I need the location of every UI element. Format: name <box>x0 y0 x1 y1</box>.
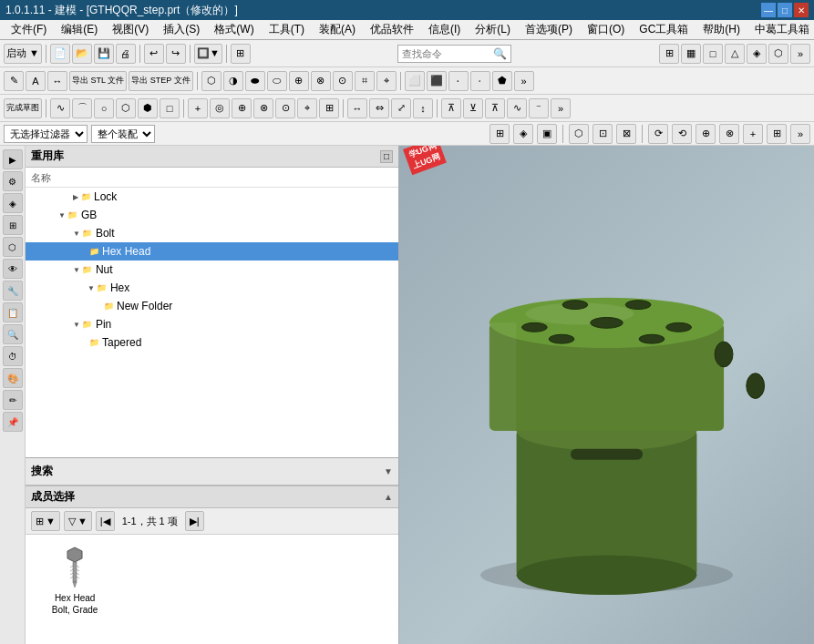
view-orient-btn2[interactable]: ◈ <box>513 124 533 144</box>
surf-btn3[interactable]: ⬬ <box>245 71 265 91</box>
op-more[interactable]: » <box>551 98 571 118</box>
surf-btn2[interactable]: ◑ <box>223 71 243 91</box>
menu-item-e[interactable]: 编辑(E) <box>54 20 105 39</box>
sidebar-icon-1[interactable]: ▶ <box>3 149 23 169</box>
tree-item-hex[interactable]: ▼ 📁 Hex <box>26 279 398 297</box>
sketch-btn[interactable]: ✎ <box>4 71 24 91</box>
menu-item-t[interactable]: 工具(T) <box>262 20 312 39</box>
search-input[interactable] <box>402 48 493 59</box>
undo-btn[interactable]: ↩ <box>144 44 164 64</box>
search-icon[interactable]: 🔍 <box>493 47 507 60</box>
member-item-1[interactable]: Hex HeadBolt, Grade <box>31 540 118 639</box>
maximize-button[interactable]: □ <box>778 3 792 17</box>
curve-btn1[interactable]: ∿ <box>50 98 70 118</box>
scope-select[interactable]: 整个装配 <box>91 125 155 143</box>
sidebar-icon-11[interactable]: 🎨 <box>3 368 23 388</box>
curve-btn6[interactable]: □ <box>160 98 180 118</box>
op-btn5[interactable]: ⊙ <box>275 98 295 118</box>
sidebar-icon-6[interactable]: 👁 <box>3 259 23 279</box>
surf-btn1[interactable]: ⬡ <box>201 71 222 91</box>
op-btn16[interactable]: ⁻ <box>529 98 549 118</box>
nav-btn6[interactable]: ⊞ <box>767 124 787 144</box>
surf-btn6[interactable]: ⊗ <box>311 71 331 91</box>
surf-btn7[interactable]: ⊙ <box>333 71 353 91</box>
tree-item-nut[interactable]: ▼ 📁 Nut <box>26 261 398 279</box>
minimize-button[interactable]: — <box>761 3 776 17</box>
more-btn[interactable]: » <box>790 44 810 64</box>
menu-item-l[interactable]: 分析(L) <box>468 20 518 39</box>
sidebar-icon-8[interactable]: 📋 <box>3 302 23 322</box>
render-btn1[interactable]: ⬡ <box>569 124 589 144</box>
redo-btn[interactable]: ↪ <box>166 44 186 64</box>
nav-btn1[interactable]: ⟳ <box>648 124 668 144</box>
stl-btn[interactable]: 导出 STL 文件 <box>69 71 127 91</box>
text-btn[interactable]: A <box>26 71 46 91</box>
nav-first-btn[interactable]: |◀ <box>96 511 115 531</box>
open-btn[interactable]: 📂 <box>72 44 92 64</box>
view-btn5[interactable]: ◈ <box>747 44 767 64</box>
sidebar-icon-7[interactable]: 🔧 <box>3 281 23 301</box>
menu-item-o[interactable]: 窗口(O) <box>580 20 632 39</box>
feat-btn5[interactable]: ⬟ <box>492 71 512 91</box>
view-mode-btn[interactable]: ⊞ ▼ <box>31 511 60 531</box>
nav-more[interactable]: » <box>790 124 810 144</box>
nav-last-btn[interactable]: ▶| <box>185 511 204 531</box>
curve-btn3[interactable]: ○ <box>94 98 114 118</box>
nav-btn3[interactable]: ⊕ <box>696 124 716 144</box>
op-btn2[interactable]: ◎ <box>210 98 230 118</box>
op-btn13[interactable]: ⊻ <box>463 98 483 118</box>
op-btn11[interactable]: ↕ <box>413 98 433 118</box>
menu-item-i[interactable]: 信息(I) <box>421 20 468 39</box>
dim-btn[interactable]: ↔ <box>47 71 67 91</box>
view-btn1[interactable]: ⊞ <box>659 44 679 64</box>
sidebar-icon-3[interactable]: ◈ <box>3 193 23 213</box>
menu-item-p[interactable]: 首选项(P) <box>518 20 580 39</box>
sidebar-icon-13[interactable]: 📌 <box>3 412 23 432</box>
print-btn[interactable]: 🖨 <box>116 44 136 64</box>
tree-item-newfolder[interactable]: 📁 New Folder <box>26 297 398 315</box>
menu-item-[interactable]: 中葛工具箱 <box>747 20 814 39</box>
tree-item-gb[interactable]: ▼ 📁 GB <box>26 206 398 224</box>
view-btn2[interactable]: ▦ <box>681 44 701 64</box>
feat-btn3[interactable]: ⬝ <box>448 71 469 91</box>
sidebar-icon-2[interactable]: ⚙ <box>3 171 23 191</box>
filter-select[interactable]: 无选择过滤器 <box>4 125 88 143</box>
op-btn3[interactable]: ⊕ <box>232 98 252 118</box>
menu-item-s[interactable]: 插入(S) <box>156 20 207 39</box>
view-btn6[interactable]: ⬡ <box>768 44 788 64</box>
surf-btn4[interactable]: ⬭ <box>267 71 287 91</box>
op-btn1[interactable]: + <box>188 98 208 118</box>
feat-btn4[interactable]: ⬞ <box>470 71 490 91</box>
zoom-select[interactable]: 🔲▼ <box>194 44 222 64</box>
op-btn7[interactable]: ⊞ <box>319 98 339 118</box>
tree-item-hexhead[interactable]: 📁 Hex Head <box>26 242 398 261</box>
feat-more[interactable]: » <box>514 71 534 91</box>
sidebar-icon-12[interactable]: ✏ <box>3 390 23 410</box>
curve-btn4[interactable]: ⬡ <box>116 98 136 118</box>
surf-btn8[interactable]: ⌗ <box>355 71 375 91</box>
done-btn[interactable]: 完成草图 <box>4 98 42 118</box>
tree-item-bolt[interactable]: ▼ 📁 Bolt <box>26 224 398 242</box>
feat-btn2[interactable]: ⬛ <box>427 71 447 91</box>
render-btn2[interactable]: ⊡ <box>592 124 613 144</box>
member-header[interactable]: 成员选择 ▲ <box>26 486 398 508</box>
save-btn[interactable]: 💾 <box>94 44 114 64</box>
op-btn14[interactable]: ⊼ <box>485 98 505 118</box>
op-btn15[interactable]: ∿ <box>507 98 527 118</box>
surf-btn5[interactable]: ⊕ <box>289 71 309 91</box>
close-button[interactable]: ✕ <box>794 3 809 17</box>
feat-btn1[interactable]: ⬜ <box>405 71 425 91</box>
sidebar-icon-4[interactable]: ⊞ <box>3 215 23 235</box>
view-btn4[interactable]: △ <box>725 44 745 64</box>
view-btn3[interactable]: □ <box>703 44 723 64</box>
reuse-maximize-btn[interactable]: □ <box>380 150 393 163</box>
snap-btn[interactable]: ⊞ <box>231 44 251 64</box>
nav-btn4[interactable]: ⊗ <box>719 124 739 144</box>
menu-item-f[interactable]: 文件(F) <box>4 20 54 39</box>
filter-btn[interactable]: ▽ ▼ <box>64 511 92 531</box>
op-btn9[interactable]: ⇔ <box>369 98 389 118</box>
nav-btn2[interactable]: ⟲ <box>672 124 692 144</box>
op-btn8[interactable]: ↔ <box>347 98 367 118</box>
menu-item-w[interactable]: 格式(W) <box>207 20 261 39</box>
op-btn10[interactable]: ⤢ <box>391 98 411 118</box>
